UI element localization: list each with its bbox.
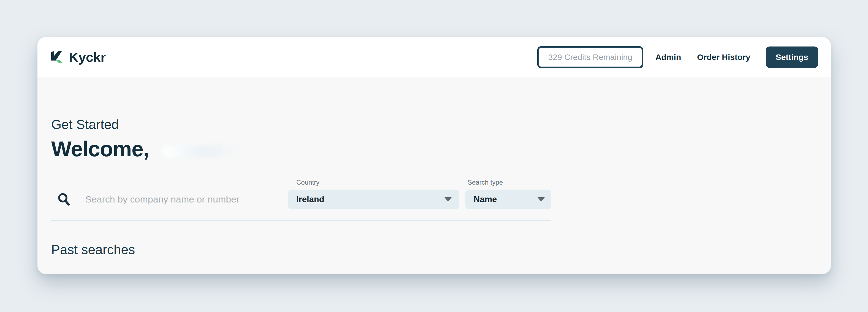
caret-down-icon [537, 197, 545, 202]
country-dropdown[interactable]: Ireland [288, 189, 459, 209]
kyckr-logo[interactable]: Kyckr [51, 49, 106, 65]
content-area: Get Started Welcome, Country Ireland [37, 77, 831, 257]
welcome-row: Welcome, [51, 137, 831, 161]
search-row: Country Ireland Search type Name [51, 189, 551, 209]
past-searches-heading: Past searches [51, 242, 831, 257]
company-search-input[interactable] [85, 194, 280, 205]
credits-remaining-text: 329 Credits Remaining [548, 53, 632, 62]
credits-remaining-box: 329 Credits Remaining [537, 46, 643, 68]
caret-down-icon [444, 197, 452, 202]
brand-name: Kyckr [69, 49, 106, 65]
search-icon [58, 193, 70, 206]
header-bar: Kyckr 329 Credits Remaining Admin Order … [37, 37, 831, 77]
nav-link-order-history[interactable]: Order History [697, 53, 750, 62]
search-type-label: Search type [468, 179, 503, 186]
search-type-field: Search type Name [459, 189, 551, 209]
settings-button[interactable]: Settings [766, 46, 818, 68]
get-started-heading: Get Started [51, 118, 831, 131]
main-card: Kyckr 329 Credits Remaining Admin Order … [37, 37, 831, 274]
kyckr-logo-icon [51, 51, 64, 63]
country-field: Country Ireland [288, 189, 459, 209]
welcome-heading: Welcome, [51, 137, 149, 161]
search-type-dropdown[interactable]: Name [465, 189, 551, 209]
country-selected-value: Ireland [296, 195, 324, 204]
search-type-selected-value: Name [474, 195, 497, 204]
search-divider [51, 220, 551, 221]
country-label: Country [296, 179, 319, 186]
redacted-name-blur [162, 145, 239, 158]
nav-link-admin[interactable]: Admin [655, 53, 681, 62]
